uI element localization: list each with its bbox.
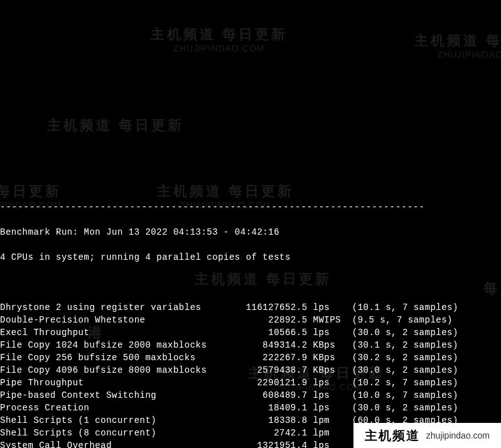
watermark: 主机频道 每日更新 <box>47 119 184 132</box>
blank-line <box>0 276 501 289</box>
test-row: Dhrystone 2 using register variables 116… <box>0 301 501 314</box>
test-row: File Copy 1024 bufsize 2000 maxblocks 84… <box>0 339 501 351</box>
logo-en-text: zhujipindao.com <box>426 429 490 442</box>
test-row: Process Creation 18409.1 lps (30.0 s, 2 … <box>0 402 501 414</box>
test-row: File Copy 4096 bufsize 8000 maxblocks 25… <box>0 364 501 376</box>
test-row: File Copy 256 bufsize 500 maxblocks 2222… <box>0 351 501 364</box>
test-row: Pipe Throughput 2290121.9 lps (10.2 s, 7… <box>0 376 501 389</box>
separator-line: ----------------------------------------… <box>0 201 501 213</box>
logo-cn-text: 主机频道 <box>365 429 420 442</box>
test-row: Execl Throughput 10566.5 lps (30.0 s, 2 … <box>0 326 501 339</box>
watermark: 主机频道 每日更新 ZHUJIPINDAO.COM <box>151 28 288 55</box>
cpu-info-line: 4 CPUs in system; running 4 parallel cop… <box>0 251 501 264</box>
logo-watermark: 主机频道 zhujipindao.com <box>353 423 501 448</box>
watermark: 主机频道 每日更新 ZHUJIPINDAO.COM <box>414 35 501 61</box>
test-row: Pipe-based Context Switching 608489.7 lp… <box>0 389 501 402</box>
benchmark-run-line: Benchmark Run: Mon Jun 13 2022 04:13:53 … <box>0 226 501 238</box>
test-row: Double-Precision Whetstone 22892.5 MWIPS… <box>0 314 501 326</box>
terminal-output: ----------------------------------------… <box>0 188 501 448</box>
